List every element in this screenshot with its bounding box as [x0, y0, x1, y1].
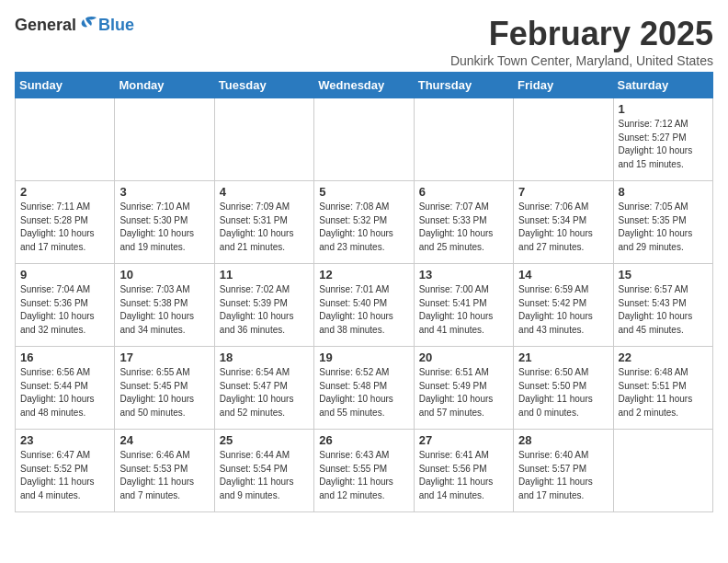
- logo-bird-icon: [78, 15, 98, 35]
- page-header: General Blue February 2025 Dunkirk Town …: [15, 15, 713, 68]
- calendar-cell: [414, 98, 513, 181]
- weekday-header-thursday: Thursday: [414, 73, 513, 98]
- calendar-cell: 24Sunrise: 6:46 AM Sunset: 5:53 PM Dayli…: [115, 430, 214, 512]
- calendar-cell: 21Sunrise: 6:50 AM Sunset: 5:50 PM Dayli…: [514, 347, 613, 430]
- day-number: 12: [319, 268, 408, 282]
- calendar-cell: 26Sunrise: 6:43 AM Sunset: 5:55 PM Dayli…: [314, 430, 414, 512]
- day-info: Sunrise: 6:50 AM Sunset: 5:50 PM Dayligh…: [518, 366, 608, 419]
- day-info: Sunrise: 7:10 AM Sunset: 5:30 PM Dayligh…: [119, 201, 209, 254]
- calendar-cell: 13Sunrise: 7:00 AM Sunset: 5:41 PM Dayli…: [414, 264, 513, 347]
- day-info: Sunrise: 7:06 AM Sunset: 5:34 PM Dayligh…: [518, 201, 608, 254]
- weekday-header-friday: Friday: [514, 73, 613, 98]
- day-info: Sunrise: 6:48 AM Sunset: 5:51 PM Dayligh…: [619, 366, 708, 419]
- calendar-cell: 15Sunrise: 6:57 AM Sunset: 5:43 PM Dayli…: [613, 264, 712, 347]
- weekday-header-wednesday: Wednesday: [314, 73, 414, 98]
- day-number: 11: [220, 268, 309, 282]
- calendar-week-row: 1Sunrise: 7:12 AM Sunset: 5:27 PM Daylig…: [16, 98, 713, 181]
- calendar-cell: 16Sunrise: 6:56 AM Sunset: 5:44 PM Dayli…: [16, 347, 115, 430]
- day-number: 9: [20, 268, 109, 282]
- day-info: Sunrise: 7:08 AM Sunset: 5:32 PM Dayligh…: [319, 201, 408, 254]
- calendar-week-row: 9Sunrise: 7:04 AM Sunset: 5:36 PM Daylig…: [16, 264, 713, 347]
- day-number: 6: [419, 185, 508, 199]
- day-number: 10: [119, 268, 209, 282]
- day-info: Sunrise: 6:43 AM Sunset: 5:55 PM Dayligh…: [319, 449, 408, 502]
- calendar-cell: 25Sunrise: 6:44 AM Sunset: 5:54 PM Dayli…: [214, 430, 313, 512]
- calendar-table: SundayMondayTuesdayWednesdayThursdayFrid…: [15, 72, 713, 512]
- calendar-cell: 12Sunrise: 7:01 AM Sunset: 5:40 PM Dayli…: [314, 264, 414, 347]
- calendar-cell: 27Sunrise: 6:41 AM Sunset: 5:56 PM Dayli…: [414, 430, 513, 512]
- calendar-cell: 4Sunrise: 7:09 AM Sunset: 5:31 PM Daylig…: [214, 181, 313, 264]
- day-number: 27: [419, 433, 508, 447]
- weekday-header-tuesday: Tuesday: [214, 73, 313, 98]
- calendar-week-row: 23Sunrise: 6:47 AM Sunset: 5:52 PM Dayli…: [16, 430, 713, 512]
- day-info: Sunrise: 6:52 AM Sunset: 5:48 PM Dayligh…: [319, 366, 408, 419]
- calendar-cell: [514, 98, 613, 181]
- logo-blue-text: Blue: [98, 16, 134, 35]
- calendar-cell: [214, 98, 313, 181]
- day-info: Sunrise: 6:55 AM Sunset: 5:45 PM Dayligh…: [119, 366, 209, 419]
- day-info: Sunrise: 6:56 AM Sunset: 5:44 PM Dayligh…: [20, 366, 109, 419]
- day-info: Sunrise: 7:11 AM Sunset: 5:28 PM Dayligh…: [20, 201, 109, 254]
- calendar-week-row: 16Sunrise: 6:56 AM Sunset: 5:44 PM Dayli…: [16, 347, 713, 430]
- day-info: Sunrise: 7:02 AM Sunset: 5:39 PM Dayligh…: [220, 283, 309, 337]
- calendar-cell: 14Sunrise: 6:59 AM Sunset: 5:42 PM Dayli…: [514, 264, 613, 347]
- calendar-cell: 23Sunrise: 6:47 AM Sunset: 5:52 PM Dayli…: [16, 430, 115, 512]
- calendar-cell: [115, 98, 214, 181]
- day-number: 1: [619, 102, 708, 116]
- weekday-header-monday: Monday: [115, 73, 214, 98]
- day-info: Sunrise: 7:07 AM Sunset: 5:33 PM Dayligh…: [419, 201, 508, 254]
- calendar-cell: 22Sunrise: 6:48 AM Sunset: 5:51 PM Dayli…: [613, 347, 712, 430]
- day-number: 23: [20, 433, 109, 447]
- day-info: Sunrise: 6:57 AM Sunset: 5:43 PM Dayligh…: [619, 283, 708, 337]
- calendar-cell: 2Sunrise: 7:11 AM Sunset: 5:28 PM Daylig…: [16, 181, 115, 264]
- calendar-cell: 8Sunrise: 7:05 AM Sunset: 5:35 PM Daylig…: [613, 181, 712, 264]
- weekday-header-sunday: Sunday: [16, 73, 115, 98]
- calendar-cell: 10Sunrise: 7:03 AM Sunset: 5:38 PM Dayli…: [115, 264, 214, 347]
- day-info: Sunrise: 6:54 AM Sunset: 5:47 PM Dayligh…: [220, 366, 309, 419]
- day-number: 2: [20, 185, 109, 199]
- calendar-cell: 28Sunrise: 6:40 AM Sunset: 5:57 PM Dayli…: [514, 430, 613, 512]
- logo: General Blue: [15, 15, 134, 35]
- weekday-header-saturday: Saturday: [613, 73, 712, 98]
- day-info: Sunrise: 6:47 AM Sunset: 5:52 PM Dayligh…: [20, 449, 109, 502]
- day-number: 4: [220, 185, 309, 199]
- day-number: 17: [119, 350, 209, 364]
- day-info: Sunrise: 7:12 AM Sunset: 5:27 PM Dayligh…: [619, 118, 708, 171]
- day-number: 5: [319, 185, 408, 199]
- calendar-cell: [613, 430, 712, 512]
- day-info: Sunrise: 6:44 AM Sunset: 5:54 PM Dayligh…: [220, 449, 309, 502]
- calendar-cell: [314, 98, 414, 181]
- day-info: Sunrise: 7:03 AM Sunset: 5:38 PM Dayligh…: [119, 283, 209, 337]
- day-info: Sunrise: 6:40 AM Sunset: 5:57 PM Dayligh…: [518, 449, 608, 502]
- day-number: 18: [220, 350, 309, 364]
- calendar-cell: 3Sunrise: 7:10 AM Sunset: 5:30 PM Daylig…: [115, 181, 214, 264]
- day-info: Sunrise: 6:59 AM Sunset: 5:42 PM Dayligh…: [518, 283, 608, 337]
- calendar-cell: 7Sunrise: 7:06 AM Sunset: 5:34 PM Daylig…: [514, 181, 613, 264]
- day-number: 25: [220, 433, 309, 447]
- calendar-cell: 5Sunrise: 7:08 AM Sunset: 5:32 PM Daylig…: [314, 181, 414, 264]
- day-number: 20: [419, 350, 508, 364]
- day-info: Sunrise: 6:46 AM Sunset: 5:53 PM Dayligh…: [119, 449, 209, 502]
- weekday-header-row: SundayMondayTuesdayWednesdayThursdayFrid…: [16, 73, 713, 98]
- day-number: 7: [518, 185, 608, 199]
- day-number: 15: [619, 268, 708, 282]
- day-info: Sunrise: 7:09 AM Sunset: 5:31 PM Dayligh…: [220, 201, 309, 254]
- calendar-cell: 6Sunrise: 7:07 AM Sunset: 5:33 PM Daylig…: [414, 181, 513, 264]
- day-number: 8: [619, 185, 708, 199]
- calendar-cell: [16, 98, 115, 181]
- calendar-week-row: 2Sunrise: 7:11 AM Sunset: 5:28 PM Daylig…: [16, 181, 713, 264]
- calendar-cell: 20Sunrise: 6:51 AM Sunset: 5:49 PM Dayli…: [414, 347, 513, 430]
- day-info: Sunrise: 7:04 AM Sunset: 5:36 PM Dayligh…: [20, 283, 109, 337]
- calendar-cell: 9Sunrise: 7:04 AM Sunset: 5:36 PM Daylig…: [16, 264, 115, 347]
- logo-general-text: General: [15, 16, 76, 35]
- day-number: 14: [518, 268, 608, 282]
- month-title: February 2025: [450, 15, 713, 53]
- day-number: 3: [119, 185, 209, 199]
- day-info: Sunrise: 7:01 AM Sunset: 5:40 PM Dayligh…: [319, 283, 408, 337]
- day-info: Sunrise: 6:51 AM Sunset: 5:49 PM Dayligh…: [419, 366, 508, 419]
- day-number: 21: [518, 350, 608, 364]
- calendar-cell: 17Sunrise: 6:55 AM Sunset: 5:45 PM Dayli…: [115, 347, 214, 430]
- day-number: 22: [619, 350, 708, 364]
- day-info: Sunrise: 6:41 AM Sunset: 5:56 PM Dayligh…: [419, 449, 508, 502]
- calendar-cell: 1Sunrise: 7:12 AM Sunset: 5:27 PM Daylig…: [613, 98, 712, 181]
